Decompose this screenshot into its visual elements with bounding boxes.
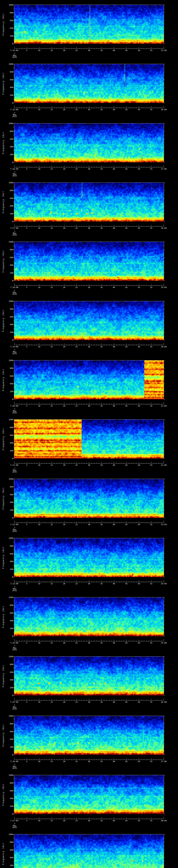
x-tick-label: 20 bbox=[62, 50, 66, 51]
x-tick-label: 50 bbox=[137, 109, 141, 111]
y-tick-label: 400 bbox=[5, 264, 13, 266]
x-axis-minor-tick bbox=[71, 403, 72, 404]
x-axis-minor-tick bbox=[59, 107, 59, 108]
x-axis-minor-tick bbox=[149, 344, 149, 345]
x-tick-label: 25 bbox=[75, 642, 79, 644]
x-tick-label: 10 bbox=[37, 168, 41, 170]
x-axis-minor-tick bbox=[22, 166, 22, 167]
x-axis-minor-tick bbox=[129, 107, 129, 108]
x-tick-label: 10 bbox=[37, 346, 41, 348]
x-axis-tick bbox=[52, 106, 52, 108]
y-tick-label: 600 bbox=[5, 553, 13, 555]
x-axis-tick bbox=[101, 699, 102, 700]
x-axis-minor-tick bbox=[96, 226, 97, 226]
x-axis-minor-tick bbox=[154, 226, 154, 226]
x-axis-tick bbox=[64, 462, 64, 463]
x-axis-minor-tick bbox=[19, 403, 20, 404]
x-axis-minor-tick bbox=[91, 463, 92, 463]
y-axis-title: Frequency (Hz) bbox=[2, 250, 4, 272]
x-tick-label: 30 bbox=[87, 524, 91, 526]
x-axis-minor-tick bbox=[144, 641, 144, 641]
x-axis-minor-tick bbox=[116, 581, 117, 582]
x-axis-tick bbox=[64, 640, 64, 641]
y-tick-label: 0 bbox=[5, 754, 13, 756]
x-tick-label: 5 bbox=[25, 464, 29, 466]
x-axis-minor-tick bbox=[19, 581, 20, 582]
y-axis-minor-tick bbox=[13, 305, 14, 305]
x-axis-minor-tick bbox=[104, 403, 104, 404]
x-axis-minor-tick bbox=[47, 344, 47, 345]
x-axis-minor-tick bbox=[71, 641, 72, 641]
x-tick-label: 20 bbox=[62, 168, 66, 170]
x-tick-label: 10 bbox=[37, 464, 41, 466]
y-axis-tick bbox=[164, 561, 165, 562]
x-axis-tick bbox=[89, 403, 89, 404]
x-tick-label: 35 bbox=[99, 405, 103, 407]
spectrogram-image bbox=[14, 538, 164, 577]
x-tick-label: 45 bbox=[124, 583, 128, 585]
x-axis-minor-tick bbox=[154, 107, 154, 108]
x-axis-minor-tick bbox=[91, 700, 92, 700]
x-axis-minor-tick bbox=[141, 403, 142, 404]
y-tick-label: 600 bbox=[5, 20, 13, 22]
x-axis-minor-tick bbox=[144, 759, 144, 760]
x-axis-minor-tick bbox=[129, 166, 129, 167]
y-axis-minor-tick bbox=[13, 158, 14, 159]
x-axis-minor-tick bbox=[54, 403, 54, 404]
x-axis-minor-tick bbox=[19, 463, 20, 463]
spectrogram-panel: Frequency (Hz)02004006008001000510152025… bbox=[0, 770, 178, 830]
x-axis-minor-tick bbox=[104, 344, 104, 345]
y-tick-label: 800 bbox=[5, 190, 13, 191]
x-axis-tick bbox=[27, 521, 27, 523]
y-tick-label: 800 bbox=[5, 427, 13, 429]
x-axis-tick bbox=[14, 639, 14, 641]
x-axis-minor-tick bbox=[136, 226, 137, 226]
x-tick-label: 5 bbox=[25, 820, 29, 822]
x-axis-line bbox=[14, 167, 164, 167]
x-axis-minor-tick bbox=[144, 700, 144, 700]
x-tick-label: 25 bbox=[75, 761, 79, 763]
x-axis-minor-tick bbox=[19, 818, 20, 819]
x-axis-minor-tick bbox=[104, 759, 104, 760]
x-tick-label: 45 bbox=[124, 642, 128, 644]
x-axis-minor-tick bbox=[54, 700, 54, 700]
y-tick-label: 200 bbox=[5, 154, 13, 156]
x-axis-minor-tick bbox=[99, 285, 99, 286]
x-tick-label: 25 bbox=[75, 346, 79, 348]
x-tick-label: 5 bbox=[25, 168, 29, 170]
x-axis-end-time: 24:00 bbox=[159, 583, 168, 585]
y-tick-label: 800 bbox=[5, 663, 13, 665]
x-axis-tick bbox=[64, 817, 64, 819]
y-axis-title: Frequency (Hz) bbox=[2, 13, 4, 35]
y-axis-minor-tick bbox=[13, 218, 14, 218]
x-tick-label: 25 bbox=[75, 820, 79, 822]
x-axis-tick bbox=[89, 699, 89, 700]
x-axis-minor-tick bbox=[99, 700, 99, 700]
x-tick-label: 15 bbox=[50, 642, 54, 644]
x-axis-minor-tick bbox=[116, 107, 117, 108]
y-tick-label: 600 bbox=[5, 434, 13, 436]
x-axis-tick bbox=[14, 46, 14, 49]
x-axis-minor-tick bbox=[149, 641, 149, 641]
y-axis-tick bbox=[164, 147, 165, 147]
y-axis-title: Frequency (Hz) bbox=[2, 487, 4, 509]
x-tick-label: 20 bbox=[62, 761, 66, 763]
x-axis-minor-tick bbox=[59, 463, 59, 463]
y-tick-label: 1000 bbox=[5, 537, 13, 539]
y-tick-label: 400 bbox=[5, 146, 13, 148]
x-axis-minor-tick bbox=[154, 581, 154, 582]
x-axis-end-time: 16:00 bbox=[159, 109, 168, 111]
x-tick-label: 5 bbox=[25, 50, 29, 51]
x-axis-minor-tick bbox=[141, 226, 142, 226]
x-axis-minor-tick bbox=[84, 700, 84, 700]
y-axis-minor-tick bbox=[164, 313, 165, 313]
y-tick-label: 800 bbox=[5, 545, 13, 547]
x-axis-tick bbox=[52, 521, 52, 523]
x-axis-tick bbox=[52, 640, 52, 641]
x-axis-date-line: 2015 bbox=[9, 56, 20, 58]
x-tick-label: 25 bbox=[75, 109, 79, 111]
y-axis-minor-tick bbox=[164, 565, 165, 566]
y-tick-label: 600 bbox=[5, 731, 13, 733]
x-axis-minor-tick bbox=[66, 48, 67, 49]
x-axis-minor-tick bbox=[22, 818, 22, 819]
